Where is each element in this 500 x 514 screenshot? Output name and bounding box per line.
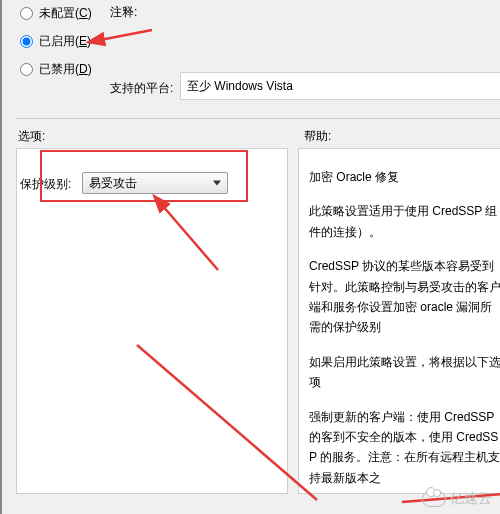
protect-level-label: 保护级别: [20, 176, 71, 193]
help-text-title: 加密 Oracle 修复 [309, 167, 500, 187]
radio-not-configured-label: 未配置(C) [39, 5, 92, 22]
chevron-down-icon [213, 181, 221, 186]
radio-disabled[interactable]: 已禁用(D) [20, 56, 160, 82]
radio-disabled-input[interactable] [20, 63, 33, 76]
radio-disabled-label: 已禁用(D) [39, 61, 92, 78]
note-label: 注释: [110, 4, 137, 21]
protect-level-value: 易受攻击 [89, 175, 137, 192]
help-text-p4: 如果启用此策略设置，将根据以下选项 [309, 352, 500, 393]
divider [16, 118, 500, 119]
radio-not-configured[interactable]: 未配置(C) [20, 0, 160, 26]
options-heading: 选项: [18, 128, 45, 145]
protect-level-dropdown[interactable]: 易受攻击 [82, 172, 228, 194]
help-text-p3: CredSSP 协议的某些版本容易受到针对。此策略控制与易受攻击的客户端和服务你… [309, 256, 500, 338]
help-text-p2: 此策略设置适用于使用 CredSSP 组件的连接）。 [309, 201, 500, 242]
help-text-p5: 强制更新的客户端：使用 CredSSP 的客到不安全的版本，使用 CredSSP… [309, 407, 500, 489]
radio-enabled-input[interactable] [20, 35, 33, 48]
radio-enabled-label: 已启用(E) [39, 33, 91, 50]
radio-enabled[interactable]: 已启用(E) [20, 28, 160, 54]
svg-line-3 [402, 494, 500, 502]
options-panel [16, 148, 288, 494]
supported-platform-value: 至少 Windows Vista [180, 72, 500, 100]
radio-not-configured-input[interactable] [20, 7, 33, 20]
supported-platform-label: 支持的平台: [110, 80, 173, 97]
help-panel[interactable]: 加密 Oracle 修复 此策略设置适用于使用 CredSSP 组件的连接）。 … [298, 148, 500, 494]
help-heading: 帮助: [304, 128, 331, 145]
